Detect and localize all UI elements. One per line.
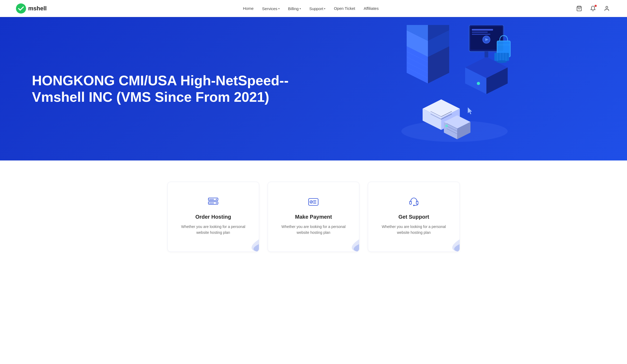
navbar-icons (575, 4, 611, 13)
svg-point-2 (606, 6, 608, 8)
svg-marker-54 (468, 107, 472, 114)
svg-point-72 (413, 205, 414, 206)
brand-name: mshell (28, 5, 47, 12)
nav-item-support[interactable]: Support ▾ (309, 6, 326, 11)
make-payment-desc: Whether you are looking for a personal w… (277, 224, 350, 236)
make-payment-title: Make Payment (277, 214, 350, 220)
order-hosting-desc: Whether you are looking for a personal w… (177, 224, 249, 236)
nav-links: Home Services ▾ Billing ▾ Support ▾ Open… (243, 6, 379, 11)
get-support-title: Get Support (378, 214, 450, 220)
nav-item-affiliates[interactable]: Affiliates (364, 6, 378, 11)
svg-point-60 (216, 202, 217, 204)
get-support-leaf (445, 237, 460, 252)
svg-point-59 (216, 199, 217, 200)
make-payment-icon (277, 195, 350, 209)
notification-badge (595, 5, 597, 7)
nav-item-billing[interactable]: Billing ▾ (288, 6, 301, 11)
make-payment-leaf (344, 237, 359, 252)
hero-section: HONGKONG CMI/USA High-NetSpeed-- Vmshell… (0, 17, 627, 160)
order-hosting-leaf (244, 237, 259, 252)
chevron-down-icon: ▾ (278, 7, 280, 10)
nav-item-open-ticket[interactable]: Open Ticket (334, 6, 355, 11)
svg-rect-27 (472, 32, 488, 33)
hero-content: HONGKONG CMI/USA High-NetSpeed-- Vmshell… (0, 51, 345, 127)
svg-rect-28 (472, 34, 490, 35)
order-hosting-title: Order Hosting (177, 214, 249, 220)
svg-point-55 (477, 82, 480, 85)
cart-icon[interactable] (575, 4, 583, 13)
brand-logo-link[interactable]: mshell (16, 3, 47, 14)
nav-item-home[interactable]: Home (243, 6, 254, 11)
chevron-down-icon: ▾ (300, 7, 301, 10)
svg-rect-26 (472, 29, 493, 31)
svg-rect-35 (494, 53, 509, 61)
get-support-icon (378, 195, 450, 209)
get-support-card[interactable]: Get Support Whether you are looking for … (368, 182, 460, 252)
cards-grid: Order Hosting Whether you are looking fo… (167, 182, 460, 252)
nav-item-services[interactable]: Services ▾ (262, 6, 280, 11)
cards-section: Order Hosting Whether you are looking fo… (0, 160, 627, 273)
order-hosting-icon (177, 195, 249, 209)
hero-title: HONGKONG CMI/USA High-NetSpeed-- Vmshell… (32, 72, 313, 105)
brand-logo-icon (16, 3, 26, 14)
svg-point-56 (445, 125, 448, 127)
bell-icon[interactable] (589, 4, 597, 13)
svg-point-0 (16, 3, 26, 14)
hero-svg-illustration (385, 25, 524, 153)
make-payment-card[interactable]: Make Payment Whether you are looking for… (268, 182, 359, 252)
order-hosting-card[interactable]: Order Hosting Whether you are looking fo… (167, 182, 259, 252)
svg-rect-31 (485, 52, 488, 57)
user-icon[interactable] (603, 4, 611, 13)
get-support-desc: Whether you are looking for a personal w… (378, 224, 450, 236)
chevron-down-icon: ▾ (324, 7, 325, 10)
svg-point-40 (496, 60, 507, 63)
navbar: mshell Home Services ▾ Billing ▾ Support… (0, 0, 627, 17)
